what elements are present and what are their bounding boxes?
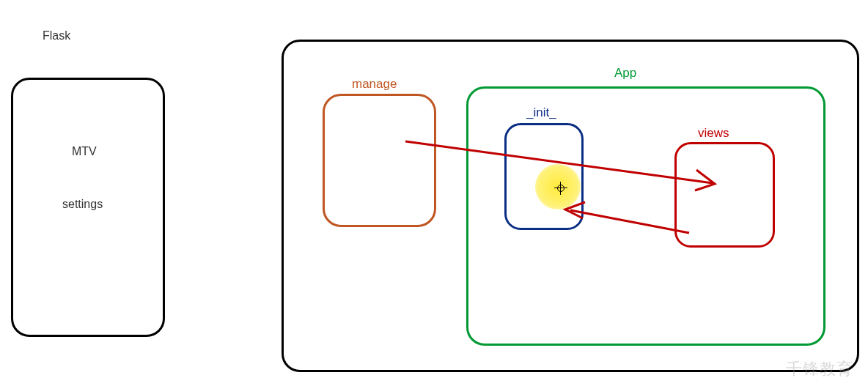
settings-label: settings xyxy=(62,198,103,211)
flask-title: Flask xyxy=(43,29,70,42)
manage-label: manage xyxy=(352,77,397,92)
cursor-target-circle xyxy=(557,185,564,192)
watermark-text: 千锋教育 xyxy=(786,358,853,380)
app-label: App xyxy=(614,66,636,81)
views-box xyxy=(674,142,775,248)
manage-box xyxy=(323,94,436,227)
init-label: _init_ xyxy=(526,105,556,120)
views-label: views xyxy=(698,126,729,141)
mtv-label: MTV xyxy=(72,145,97,158)
